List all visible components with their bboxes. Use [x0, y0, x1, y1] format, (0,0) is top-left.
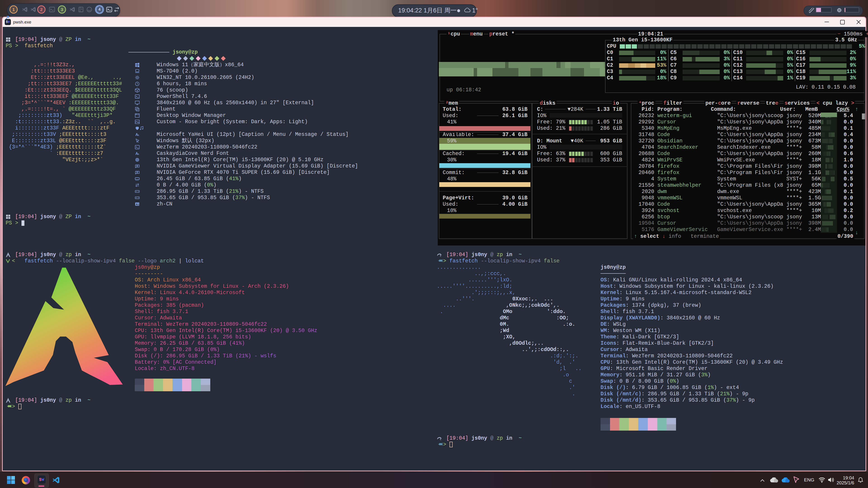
svg-text:A: A [137, 153, 139, 156]
svg-text:A: A [137, 134, 139, 136]
svg-text:☰: ☰ [137, 203, 140, 206]
